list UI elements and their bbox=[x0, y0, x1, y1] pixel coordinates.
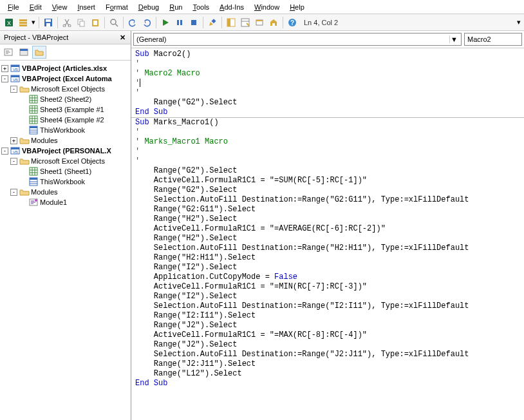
code-line[interactable]: ' Macro2 Macro bbox=[135, 69, 520, 79]
object-browser-icon[interactable] bbox=[253, 16, 266, 29]
code-line[interactable]: Selection.AutoFill Destination:=Range("G… bbox=[135, 195, 520, 205]
code-line[interactable]: Range("G2").Select bbox=[135, 186, 520, 195]
project-explorer-icon[interactable] bbox=[225, 16, 238, 29]
tree-node[interactable]: -Microsoft Excel Objects bbox=[1, 156, 129, 166]
object-selector[interactable]: (General) ▼ bbox=[133, 33, 462, 46]
tree-toggle-icon[interactable]: - bbox=[10, 86, 17, 93]
svg-rect-2 bbox=[19, 19, 27, 21]
code-line[interactable]: ' bbox=[135, 79, 520, 88]
menu-file[interactable]: File bbox=[3, 2, 24, 12]
properties-window-icon[interactable] bbox=[239, 16, 252, 29]
code-line[interactable]: Range("G2:G11").Select bbox=[135, 205, 520, 215]
tree-node[interactable]: -Microsoft Excel Objects bbox=[1, 84, 129, 94]
menu-insert[interactable]: Insert bbox=[72, 2, 100, 12]
tree-node[interactable]: ThisWorkbook bbox=[1, 125, 129, 135]
code-line[interactable]: ActiveCell.FormulaR1C1 = "=MIN(RC[-7]:RC… bbox=[135, 282, 520, 292]
help-icon[interactable]: ? bbox=[286, 16, 299, 29]
code-editor[interactable]: Sub Macro2()'' Macro2 Macro'' Range("G2"… bbox=[131, 48, 524, 420]
excel-icon[interactable]: X bbox=[3, 16, 15, 29]
code-line[interactable]: ActiveCell.FormulaR1C1 = "=MAX(RC[-8]:RC… bbox=[135, 330, 520, 340]
code-line[interactable]: Selection.AutoFill Destination:=Range("J… bbox=[135, 350, 520, 359]
tree-node[interactable]: Sheet2 (Sheet2) bbox=[1, 94, 129, 104]
run-icon[interactable] bbox=[159, 16, 172, 29]
code-line[interactable]: ' bbox=[135, 147, 520, 157]
code-line[interactable]: Selection.AutoFill Destination:=Range("I… bbox=[135, 301, 520, 311]
panel-close-button[interactable]: ✕ bbox=[118, 33, 127, 42]
project-tree[interactable]: +VBVBAProject (Articles.xlsx-VBVBAProjec… bbox=[0, 61, 131, 420]
toggle-folders-icon[interactable] bbox=[32, 46, 46, 59]
menu-add-ins[interactable]: Add-Ins bbox=[214, 2, 249, 12]
copy-icon[interactable] bbox=[75, 16, 88, 29]
tree-toggle-icon[interactable]: + bbox=[10, 137, 17, 144]
menu-edit[interactable]: Edit bbox=[24, 2, 47, 12]
code-line[interactable]: Range("H2:H11").Select bbox=[135, 253, 520, 263]
code-line[interactable]: Range("J2").Select bbox=[135, 321, 520, 330]
tree-toggle-icon[interactable]: - bbox=[1, 75, 8, 82]
code-line[interactable]: End Sub bbox=[135, 108, 520, 117]
code-line[interactable]: Selection.AutoFill Destination:=Range("H… bbox=[135, 243, 520, 253]
tree-toggle-icon[interactable]: - bbox=[1, 148, 8, 155]
tree-node[interactable]: Sheet3 (Example #1 bbox=[1, 104, 129, 115]
code-line[interactable]: ' bbox=[135, 88, 520, 98]
menu-help[interactable]: Help bbox=[285, 2, 310, 12]
code-line[interactable]: Sub Marks_Macro1() bbox=[135, 118, 520, 128]
code-line[interactable]: ActiveCell.FormulaR1C1 = "=SUM(RC[-5]:RC… bbox=[135, 176, 520, 186]
paste-icon[interactable] bbox=[89, 16, 102, 29]
save-icon[interactable] bbox=[42, 16, 55, 29]
code-line[interactable]: Range("H2").Select bbox=[135, 215, 520, 224]
code-line[interactable]: Range("I2:I11").Select bbox=[135, 311, 520, 321]
menu-run[interactable]: Run bbox=[164, 2, 187, 12]
code-line[interactable]: ' bbox=[135, 128, 520, 137]
toolbar-overflow-icon[interactable]: ▾ bbox=[516, 18, 521, 26]
code-line[interactable]: End Sub bbox=[135, 379, 520, 388]
tree-toggle-icon[interactable]: - bbox=[10, 158, 17, 165]
tree-node[interactable]: Sheet4 (Example #2 bbox=[1, 115, 129, 125]
menubar: FileEditViewInsertFormatDebugRunToolsAdd… bbox=[0, 0, 524, 14]
code-line[interactable]: ' bbox=[135, 157, 520, 166]
code-line[interactable]: Range("G2").Select bbox=[135, 166, 520, 176]
tree-node[interactable]: -VBVBAProject (PERSONAL.X bbox=[1, 146, 129, 156]
code-line[interactable]: ' Marks_Macro1 Macro bbox=[135, 137, 520, 147]
find-icon[interactable] bbox=[108, 16, 120, 29]
tree-toggle-icon[interactable]: - bbox=[10, 189, 17, 196]
toolbox-icon[interactable] bbox=[267, 16, 280, 29]
code-line[interactable]: Range("J2").Select bbox=[135, 340, 520, 350]
menu-tools[interactable]: Tools bbox=[187, 2, 214, 12]
tree-node[interactable]: +Modules bbox=[1, 135, 129, 146]
code-line[interactable]: Range("G2").Select bbox=[135, 98, 520, 108]
reset-icon[interactable] bbox=[187, 16, 200, 29]
tree-node[interactable]: ThisWorkbook bbox=[1, 177, 129, 187]
view-object-icon[interactable] bbox=[17, 46, 31, 59]
tree-node[interactable]: -Modules bbox=[1, 187, 129, 197]
code-line[interactable]: Range("I2").Select bbox=[135, 263, 520, 272]
design-mode-icon[interactable] bbox=[206, 16, 219, 29]
code-line[interactable]: ' bbox=[135, 59, 520, 69]
dropdown-arrow-icon[interactable]: ▾ bbox=[31, 18, 36, 26]
view-code-icon[interactable] bbox=[1, 46, 15, 59]
undo-icon[interactable] bbox=[126, 16, 139, 29]
tree-toggle-icon[interactable]: + bbox=[1, 65, 8, 72]
cut-icon[interactable] bbox=[61, 16, 73, 29]
tree-node[interactable]: +VBVBAProject (Articles.xlsx bbox=[1, 63, 129, 73]
redo-icon[interactable] bbox=[140, 16, 153, 29]
break-icon[interactable] bbox=[173, 16, 186, 29]
menu-view[interactable]: View bbox=[47, 2, 73, 12]
code-line[interactable]: Range("H2").Select bbox=[135, 234, 520, 243]
dropdown-arrow-icon[interactable]: ▼ bbox=[449, 35, 458, 43]
code-line[interactable]: Range("L12").Select bbox=[135, 369, 520, 379]
menu-format[interactable]: Format bbox=[100, 2, 133, 12]
procedure-selector[interactable]: Macro2 bbox=[464, 33, 522, 46]
code-line[interactable]: Range("J2:J11").Select bbox=[135, 359, 520, 369]
svg-text:VB: VB bbox=[13, 68, 18, 72]
tree-node[interactable]: -VBVBAProject (Excel Automa bbox=[1, 73, 129, 84]
menu-window[interactable]: Window bbox=[249, 2, 285, 12]
code-line[interactable]: Application.CutCopyMode = False bbox=[135, 272, 520, 282]
view-toolbar-icon[interactable] bbox=[17, 16, 30, 29]
code-line[interactable]: Sub Macro2() bbox=[135, 50, 520, 59]
tree-node[interactable]: Module1 bbox=[1, 197, 129, 207]
tree-node[interactable]: Sheet1 (Sheet1) bbox=[1, 166, 129, 177]
main-toolbar: X ▾ ? Ln 4, Col 2 ▾ bbox=[0, 14, 524, 31]
code-line[interactable]: ActiveCell.FormulaR1C1 = "=AVERAGE(RC[-6… bbox=[135, 224, 520, 234]
menu-debug[interactable]: Debug bbox=[133, 2, 164, 12]
code-line[interactable]: Range("I2").Select bbox=[135, 292, 520, 301]
